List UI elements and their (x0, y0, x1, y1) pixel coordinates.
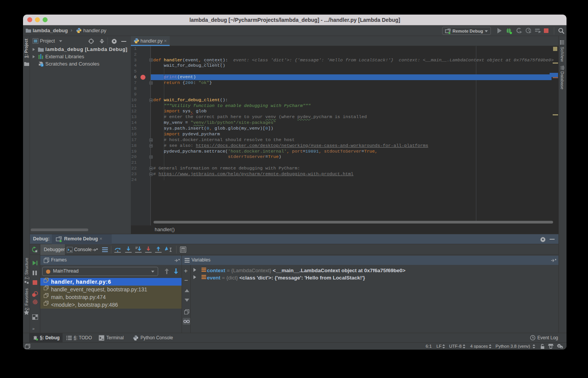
svg-text:?: ? (562, 346, 563, 349)
